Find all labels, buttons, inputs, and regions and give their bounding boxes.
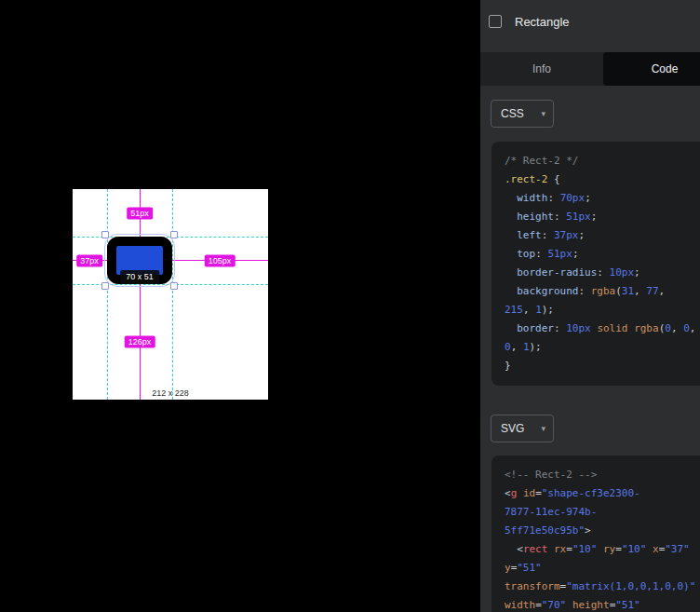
- code-token: id: [523, 487, 535, 499]
- code-token: 0: [665, 322, 671, 334]
- code-token: 1: [535, 304, 542, 316]
- code-token: height: [572, 599, 610, 611]
- selection-size-badge: 70 x 51: [120, 270, 159, 284]
- code-token: width: [517, 192, 547, 204]
- chevron-down-icon: ▾: [541, 424, 545, 433]
- guide-line-shape-left: [107, 189, 108, 400]
- code-token: rect: [523, 543, 548, 555]
- code-token: 1: [523, 341, 530, 353]
- css-language-select-value: CSS: [501, 107, 524, 120]
- code-token: 215: [505, 304, 523, 316]
- code-token: =: [535, 487, 542, 499]
- code-token: <!-- Rect-2 -->: [505, 469, 597, 481]
- layer-title: Rectangle: [515, 15, 570, 29]
- code-token: "10": [622, 543, 647, 555]
- code-token: [547, 543, 554, 555]
- code-token: :: [554, 211, 566, 223]
- code-token: [517, 487, 523, 499]
- code-token: 0: [505, 341, 511, 353]
- code-token: 37px: [554, 229, 579, 241]
- code-token: .rect-2: [505, 173, 547, 185]
- artboard[interactable]: 51px 37px 105px 126px 70 x 51 212 x 228: [73, 189, 268, 400]
- code-token: ,: [671, 322, 683, 334]
- code-token: rgba: [591, 285, 616, 297]
- code-token: (: [615, 285, 622, 297]
- measure-badge-bottom: 126px: [125, 336, 155, 348]
- code-token: }: [505, 360, 511, 372]
- code-token: x: [653, 543, 659, 555]
- code-token: ,: [523, 304, 535, 316]
- code-token: :: [597, 266, 609, 279]
- resize-handle-ne[interactable]: [170, 231, 178, 238]
- code-token: "70": [542, 599, 567, 611]
- code-token: :: [535, 248, 547, 260]
- code-token: rx: [554, 543, 566, 555]
- code-token: /* Rect-2 */: [505, 155, 578, 167]
- code-token: 51px: [547, 248, 572, 260]
- code-token: "10": [572, 543, 598, 555]
- code-token: ,: [659, 285, 666, 297]
- code-token: "51": [615, 599, 640, 611]
- code-token: 70px: [560, 192, 586, 204]
- resize-handle-nw[interactable]: [101, 231, 109, 238]
- code-token: <: [517, 543, 523, 555]
- code-token: [597, 543, 603, 555]
- measure-badge-right: 105px: [205, 255, 236, 267]
- code-token: y: [505, 562, 511, 574]
- right-sidebar: Rectangle Info Code CSS ▾ /* Rect-2 */ .…: [480, 0, 700, 612]
- code-token: background: [517, 285, 578, 297]
- resize-handle-sw[interactable]: [101, 282, 109, 290]
- code-token: solid: [597, 322, 627, 334]
- code-token: [566, 599, 572, 611]
- code-token: <: [505, 487, 511, 499]
- code-token: ,: [690, 322, 696, 334]
- code-token: width: [505, 599, 535, 611]
- code-panel: CSS ▾ /* Rect-2 */ .rect-2 { width: 70px…: [480, 86, 700, 612]
- code-token: height: [517, 211, 554, 223]
- code-token: 10px: [610, 266, 635, 279]
- css-code-block: /* Rect-2 */ .rect-2 { width: 70px; heig…: [491, 142, 700, 386]
- guide-line-shape-right: [172, 189, 173, 400]
- code-token: border-radius: [517, 266, 597, 279]
- code-token: top: [517, 248, 535, 260]
- code-token: "37": [665, 543, 690, 555]
- code-token: left: [517, 229, 542, 241]
- layer-checkbox[interactable]: [489, 15, 502, 28]
- code-token: 0: [683, 322, 690, 334]
- measure-badge-left: 37px: [76, 255, 102, 267]
- svg-language-select-value: SVG: [501, 422, 524, 435]
- code-token: border: [517, 322, 554, 334]
- sidebar-tab-bar: Info Code: [480, 52, 700, 86]
- code-token: ,: [511, 341, 523, 353]
- code-token: 51px: [566, 211, 591, 223]
- resize-handle-se[interactable]: [170, 282, 178, 290]
- code-token: 31: [622, 285, 634, 297]
- code-token: =: [535, 599, 542, 611]
- code-token: =: [615, 543, 622, 555]
- css-language-select[interactable]: CSS ▾: [491, 100, 554, 128]
- code-token: "matrix(1,0,0,1,0,0)": [566, 580, 695, 592]
- tab-info[interactable]: Info: [480, 52, 603, 86]
- code-token: ,: [634, 285, 646, 297]
- code-token: :: [578, 285, 590, 297]
- code-token: :: [554, 322, 566, 334]
- code-token: 10px: [566, 322, 591, 334]
- measure-badge-top: 51px: [127, 208, 153, 220]
- code-token: transform: [505, 580, 560, 592]
- svg-language-select[interactable]: SVG ▾: [491, 415, 554, 442]
- code-token: rgba: [634, 322, 659, 334]
- code-token: "51": [517, 562, 542, 574]
- code-token: :: [547, 192, 559, 204]
- svg-code-block: <!-- Rect-2 --> <g id="shape-cf3e2300- 7…: [491, 456, 700, 612]
- code-token: ry: [603, 543, 615, 555]
- tab-code[interactable]: Code: [603, 52, 700, 86]
- code-token: :: [542, 229, 554, 241]
- code-token: [646, 543, 653, 555]
- code-token: );: [530, 341, 542, 353]
- code-token: 77: [646, 285, 658, 297]
- code-token: =: [566, 543, 572, 555]
- chevron-down-icon: ▾: [541, 109, 545, 118]
- board-size-label: 212 x 228: [152, 388, 189, 398]
